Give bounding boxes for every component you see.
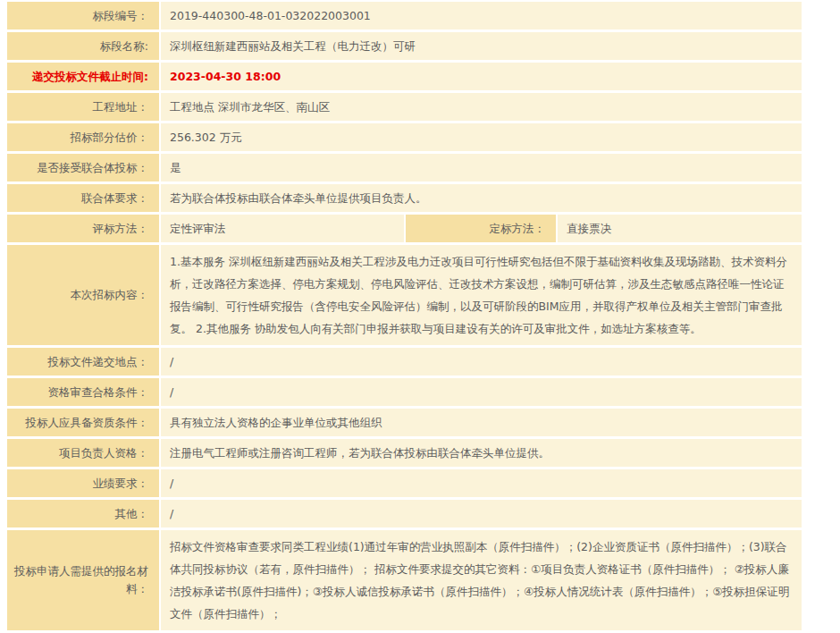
tender-info-table: 标段编号：2019-440300-48-01-032022003001标段名称:… — [7, 2, 802, 633]
row-label: 投标申请人需提供的报名材料： — [7, 530, 159, 630]
row-label: 是否接受联合体投标： — [7, 154, 159, 181]
row-label: 标段名称: — [7, 32, 159, 60]
row-value: / — [161, 500, 802, 528]
row-label: 投标人应具备资质条件： — [7, 409, 159, 436]
row-value: 1.基本服务 深圳枢纽新建西丽站及相关工程涉及电力迁改项目可行性研究包括但不限于… — [161, 245, 802, 345]
table-row: 工程地址：工程地点 深圳市龙华区、南山区 — [7, 93, 802, 121]
row-label: 联合体要求： — [7, 184, 159, 212]
row-value: 2019-440300-48-01-032022003001 — [161, 2, 802, 30]
row-value: 256.302 万元 — [161, 123, 802, 151]
table-row: 标段名称:深圳枢纽新建西丽站及相关工程（电力迁改）可研 — [7, 32, 802, 60]
row-label: 工程地址： — [7, 93, 159, 121]
table-row: 投标文件递交地点：/ — [7, 348, 802, 376]
table-row: 本次招标内容：1.基本服务 深圳枢纽新建西丽站及相关工程涉及电力迁改项目可行性研… — [7, 245, 802, 345]
row-label: 其他： — [7, 500, 159, 528]
row-value: 工程地点 深圳市龙华区、南山区 — [161, 93, 802, 121]
row-value: 注册电气工程师或注册咨询工程师，若为联合体投标由联合体牵头单位提供。 — [161, 439, 802, 467]
row-label: 本次招标内容： — [7, 245, 159, 345]
table-row: 投标人应具备资质条件：具有独立法人资格的企事业单位或其他组织 — [7, 409, 802, 436]
table-row: 评标方法：定性评审法定标方法：直接票决 — [7, 215, 802, 242]
table-row: 联合体要求：若为联合体投标由联合体牵头单位提供项目负责人。 — [7, 184, 802, 212]
row-value: 招标文件资格审查要求同类工程业绩(1)通过年审的营业执照副本（原件扫描件）；(2… — [161, 530, 802, 630]
table-row: 招标部分估价：256.302 万元 — [7, 123, 802, 151]
row-value: 2023-04-30 18:00 — [161, 63, 802, 90]
row-label: 标段编号： — [7, 2, 159, 30]
row-value: 是 — [161, 154, 802, 181]
row-value: / — [161, 469, 802, 497]
row-label: 投标文件递交地点： — [7, 348, 159, 376]
row-label: 项目负责人资格： — [7, 439, 159, 467]
row-label: 评标方法： — [7, 215, 159, 242]
row-label: 招标部分估价： — [7, 123, 159, 151]
table-row: 投标申请人需提供的报名材料：招标文件资格审查要求同类工程业绩(1)通过年审的营业… — [7, 530, 802, 630]
table-row: 其他：/ — [7, 500, 802, 528]
row-label: 递交投标文件截止时间: — [7, 63, 159, 90]
row-label: 定标方法： — [406, 215, 556, 242]
row-value: 直接票决 — [558, 215, 802, 242]
table-row: 项目负责人资格：注册电气工程师或注册咨询工程师，若为联合体投标由联合体牵头单位提… — [7, 439, 802, 467]
row-label: 业绩要求： — [7, 469, 159, 497]
row-label: 资格审查合格条件： — [7, 378, 159, 406]
row-value: 定性评审法 — [161, 215, 404, 242]
table-row: 业绩要求：/ — [7, 469, 802, 497]
row-value: / — [161, 378, 802, 406]
table-row: 资格审查合格条件：/ — [7, 378, 802, 406]
table-row: 递交投标文件截止时间:2023-04-30 18:00 — [7, 63, 802, 90]
table-row: 是否接受联合体投标：是 — [7, 154, 802, 181]
row-value: / — [161, 348, 802, 376]
table-row: 标段编号：2019-440300-48-01-032022003001 — [7, 2, 802, 30]
row-value: 若为联合体投标由联合体牵头单位提供项目负责人。 — [161, 184, 802, 212]
row-value: 深圳枢纽新建西丽站及相关工程（电力迁改）可研 — [161, 32, 802, 60]
row-value: 具有独立法人资格的企事业单位或其他组织 — [161, 409, 802, 436]
